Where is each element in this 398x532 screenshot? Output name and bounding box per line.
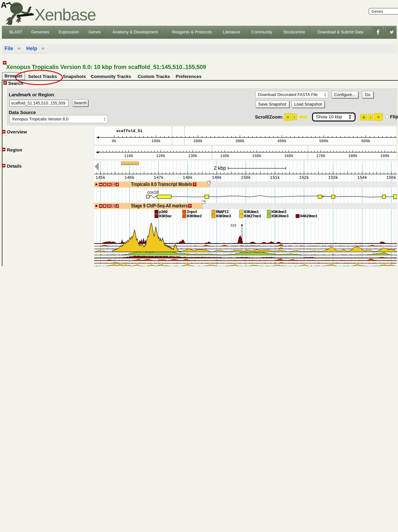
svg-text:150k: 150k	[241, 175, 250, 180]
svg-text:600k: 600k	[361, 139, 370, 143]
svg-text:180k: 180k	[348, 154, 358, 158]
svg-text:145k: 145k	[95, 175, 105, 180]
svg-text:170k: 170k	[316, 154, 326, 158]
svg-text:148k: 148k	[183, 175, 193, 180]
svg-text:325: 325	[230, 224, 236, 228]
svg-text:153k: 153k	[328, 175, 338, 180]
svg-text:cox18: cox18	[147, 190, 158, 195]
svg-text:146k: 146k	[124, 175, 134, 180]
svg-text:190k: 190k	[380, 154, 390, 158]
svg-text:154k: 154k	[357, 175, 367, 180]
svg-text:200k: 200k	[193, 139, 203, 143]
svg-text:150k: 150k	[252, 154, 262, 158]
svg-text:110k: 110k	[124, 154, 133, 158]
svg-text:155k: 155k	[386, 175, 396, 180]
svg-text:100k: 100k	[151, 139, 161, 143]
svg-text:140k: 140k	[220, 154, 229, 158]
svg-text:2 kbp: 2 kbp	[214, 165, 226, 171]
svg-text:500k: 500k	[319, 139, 328, 143]
svg-text:151k: 151k	[270, 175, 280, 180]
svg-text:160k: 160k	[284, 154, 294, 158]
svg-text:400k: 400k	[277, 139, 287, 143]
svg-text:152k: 152k	[299, 175, 309, 180]
svg-text:149k: 149k	[212, 175, 222, 180]
svg-text:130k: 130k	[188, 154, 197, 158]
svg-text:300k: 300k	[235, 139, 245, 143]
svg-text:120k: 120k	[156, 154, 166, 158]
svg-text:0k: 0k	[112, 139, 116, 143]
svg-text:147k: 147k	[154, 175, 163, 180]
svg-text:scaffold_51: scaffold_51	[116, 129, 142, 133]
